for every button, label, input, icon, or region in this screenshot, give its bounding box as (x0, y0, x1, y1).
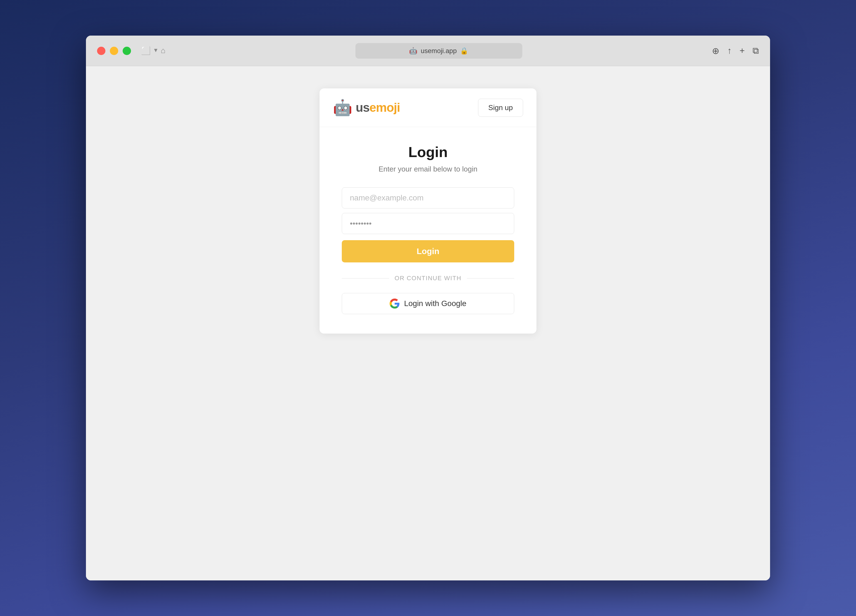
new-tab-icon[interactable]: + (739, 46, 745, 56)
address-bar[interactable]: 🤖 usemoji.app 🔒 (356, 43, 522, 58)
maximize-button[interactable] (123, 47, 131, 55)
logo-icon: 🤖 (333, 98, 353, 117)
tab-overview-icon[interactable]: ⧉ (753, 46, 759, 56)
logo-emoji-text: emoji (369, 101, 400, 114)
signup-button[interactable]: Sign up (478, 99, 523, 117)
home-icon[interactable]: ⌂ (161, 46, 165, 55)
window-controls: ⬜ ▾ ⌂ (141, 46, 165, 55)
close-button[interactable] (97, 47, 105, 55)
traffic-lights (97, 47, 131, 55)
extensions-icon[interactable]: ⊕ (712, 46, 719, 56)
address-bar-wrapper: 🤖 usemoji.app 🔒 (171, 43, 707, 58)
divider-text: OR CONTINUE WITH (395, 275, 461, 282)
lock-icon: 🔒 (460, 47, 468, 55)
browser-content: 🤖 usemoji Sign up Login Enter your email… (86, 66, 770, 581)
login-button[interactable]: Login (342, 240, 514, 263)
login-form: Login OR CONTINUE WITH (342, 187, 514, 314)
email-input[interactable] (342, 187, 514, 209)
site-icon: 🤖 (409, 47, 417, 55)
google-icon (390, 298, 400, 309)
login-title: Login (408, 144, 448, 160)
login-card: 🤖 usemoji Sign up Login Enter your email… (320, 88, 536, 333)
browser-window: ⬜ ▾ ⌂ 🤖 usemoji.app 🔒 ⊕ ↑ + ⧉ 🤖 (86, 35, 770, 581)
card-navbar: 🤖 usemoji Sign up (320, 88, 536, 127)
divider-row: OR CONTINUE WITH (342, 275, 514, 282)
google-login-button[interactable]: Login with Google (342, 293, 514, 314)
toolbar-right: ⊕ ↑ + ⧉ (712, 46, 759, 56)
share-icon[interactable]: ↑ (727, 46, 732, 56)
card-body: Login Enter your email below to login Lo… (320, 127, 536, 333)
minimize-button[interactable] (110, 47, 118, 55)
logo-text: usemoji (356, 101, 400, 115)
google-button-label: Login with Google (404, 299, 466, 308)
url-text: usemoji.app (421, 47, 457, 55)
chevron-down-icon[interactable]: ▾ (154, 46, 157, 55)
login-subtitle: Enter your email below to login (379, 165, 477, 174)
sidebar-toggle-icon[interactable]: ⬜ (141, 46, 151, 55)
logo: 🤖 usemoji (333, 98, 400, 117)
password-input[interactable] (342, 213, 514, 234)
logo-us: us (356, 101, 369, 114)
title-bar: ⬜ ▾ ⌂ 🤖 usemoji.app 🔒 ⊕ ↑ + ⧉ (86, 35, 770, 66)
